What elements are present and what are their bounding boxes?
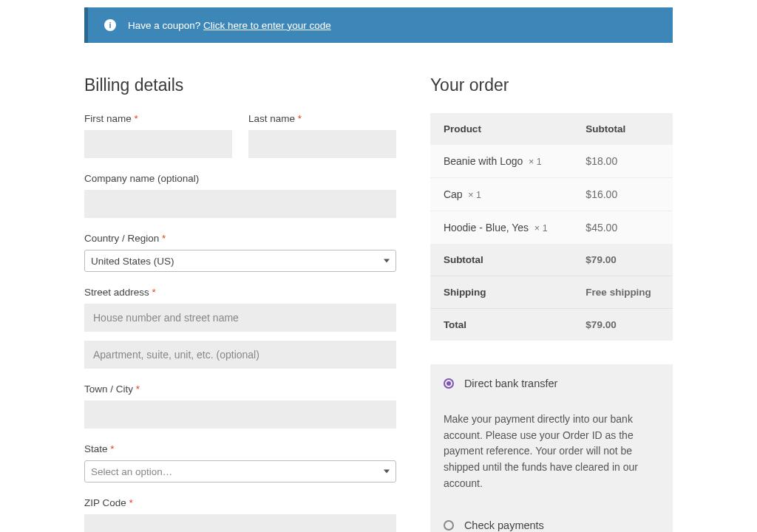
total-label: Total	[430, 309, 572, 341]
chevron-down-icon	[384, 470, 390, 474]
item-qty: × 1	[529, 157, 542, 167]
col-subtotal: Subtotal	[572, 113, 673, 145]
zip-label: ZIP Code *	[84, 497, 396, 508]
item-name: Cap	[444, 188, 463, 200]
payment-option-bank[interactable]: Direct bank transfer	[430, 364, 673, 403]
street-address-2-input[interactable]	[84, 341, 396, 369]
company-input[interactable]	[84, 190, 396, 218]
order-section: Your order Product Subtotal Beanie with …	[430, 75, 673, 532]
billing-section: Billing details First name * Last name *…	[84, 75, 396, 532]
order-heading: Your order	[430, 75, 673, 95]
city-label: Town / City *	[84, 383, 396, 395]
company-label: Company name (optional)	[84, 173, 396, 184]
total-value: $79.00	[572, 309, 673, 341]
zip-input[interactable]	[84, 514, 396, 532]
table-row: Beanie with Logo × 1 $18.00	[430, 145, 673, 178]
coupon-prompt: Have a coupon?	[128, 20, 200, 31]
country-value: United States (US)	[91, 256, 174, 267]
payment-option-check[interactable]: Check payments	[430, 506, 673, 532]
item-name: Beanie with Logo	[444, 155, 523, 167]
last-name-input[interactable]	[248, 130, 396, 158]
coupon-toggle-link[interactable]: Click here to enter your code	[203, 20, 331, 31]
item-name: Hoodie - Blue, Yes	[444, 222, 529, 233]
state-select[interactable]: Select an option…	[84, 460, 396, 482]
chevron-down-icon	[384, 259, 390, 263]
payment-check-label: Check payments	[464, 519, 544, 531]
last-name-label: Last name *	[248, 113, 396, 124]
billing-heading: Billing details	[84, 75, 396, 95]
item-price: $18.00	[572, 145, 673, 178]
item-price: $45.00	[572, 211, 673, 245]
state-placeholder: Select an option…	[91, 466, 172, 477]
col-product: Product	[430, 113, 572, 145]
radio-selected-icon	[444, 378, 454, 389]
subtotal-label: Subtotal	[430, 244, 572, 276]
info-icon: i	[104, 19, 116, 31]
table-row: Hoodie - Blue, Yes × 1 $45.00	[430, 211, 673, 245]
country-label: Country / Region *	[84, 233, 396, 244]
payment-bank-description: Make your payment directly into our bank…	[430, 403, 673, 506]
item-price: $16.00	[572, 178, 673, 211]
item-qty: × 1	[534, 223, 548, 233]
order-table: Product Subtotal Beanie with Logo × 1 $1…	[430, 113, 673, 341]
first-name-input[interactable]	[84, 130, 232, 158]
coupon-banner: i Have a coupon? Click here to enter you…	[84, 7, 673, 43]
radio-icon	[444, 520, 454, 531]
table-row: Cap × 1 $16.00	[430, 178, 673, 211]
subtotal-value: $79.00	[572, 244, 673, 276]
payment-bank-label: Direct bank transfer	[464, 378, 558, 389]
street-label: Street address *	[84, 287, 396, 298]
item-qty: × 1	[468, 190, 481, 200]
country-select[interactable]: United States (US)	[84, 250, 396, 272]
first-name-label: First name *	[84, 113, 232, 124]
street-address-input[interactable]	[84, 304, 396, 332]
state-label: State *	[84, 443, 396, 454]
shipping-label: Shipping	[430, 276, 572, 309]
city-input[interactable]	[84, 400, 396, 429]
payment-methods: Direct bank transfer Make your payment d…	[430, 364, 673, 532]
shipping-value: Free shipping	[572, 276, 673, 309]
